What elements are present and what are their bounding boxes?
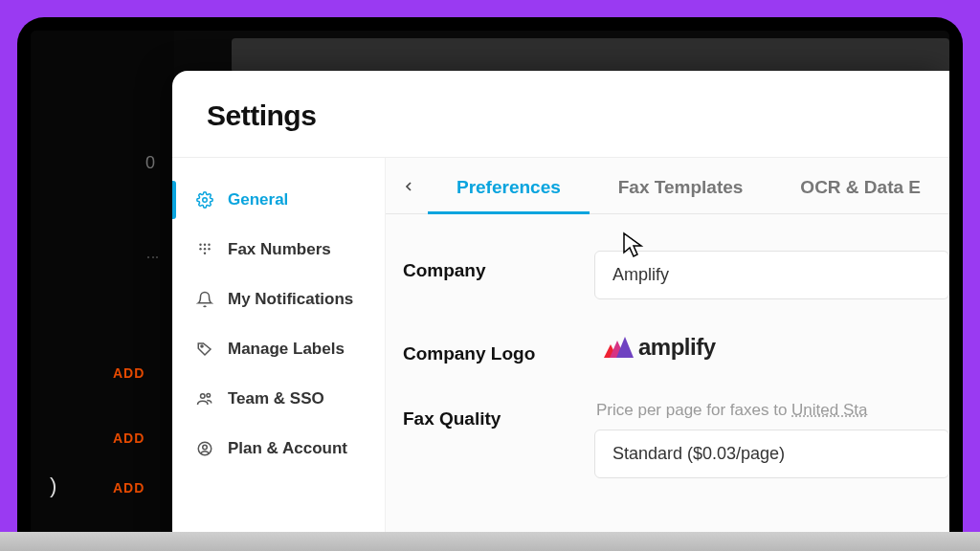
sidebar-item-label: My Notifications bbox=[228, 290, 353, 309]
gear-icon bbox=[195, 190, 214, 209]
svg-point-1 bbox=[199, 244, 201, 246]
panel-header: Settings bbox=[172, 71, 949, 157]
sidebar-item-plan-account[interactable]: Plan & Account bbox=[172, 424, 385, 474]
laptop-bezel: 0 ⋮ ADD ADD ADD ) Settings bbox=[17, 17, 963, 551]
svg-point-10 bbox=[207, 393, 211, 397]
page-title: Settings bbox=[207, 99, 915, 132]
device-frame: 0 ⋮ ADD ADD ADD ) Settings bbox=[0, 0, 980, 551]
settings-sidebar: General Fax Numbers My Not bbox=[172, 158, 386, 551]
field-label-fax-quality: Fax Quality bbox=[403, 399, 594, 430]
background-add-button[interactable]: ADD bbox=[113, 365, 145, 381]
sidebar-item-labels[interactable]: Manage Labels bbox=[172, 324, 385, 374]
sidebar-item-fax-numbers[interactable]: Fax Numbers bbox=[172, 225, 385, 275]
fax-quality-value: Standard ($0.03/page) bbox=[612, 444, 785, 463]
tab-strip: Preferences Fax Templates OCR & Data E bbox=[386, 158, 949, 214]
sidebar-item-general[interactable]: General bbox=[172, 175, 385, 225]
company-logo-preview: amplify bbox=[594, 334, 949, 361]
chevron-left-icon bbox=[401, 179, 416, 194]
svg-point-5 bbox=[204, 248, 206, 250]
svg-point-9 bbox=[201, 394, 206, 399]
svg-point-7 bbox=[204, 253, 206, 254]
background-counter: 0 bbox=[145, 153, 155, 173]
row-fax-quality: Fax Quality Price per page for faxes to … bbox=[403, 382, 949, 496]
panel-body: General Fax Numbers My Not bbox=[172, 157, 949, 551]
settings-main: Preferences Fax Templates OCR & Data E C… bbox=[386, 158, 949, 551]
sidebar-item-label: Fax Numbers bbox=[228, 240, 331, 259]
row-company: Company bbox=[403, 233, 949, 317]
sidebar-item-label: General bbox=[228, 190, 288, 209]
dialpad-icon bbox=[195, 240, 214, 259]
svg-point-2 bbox=[204, 244, 206, 246]
sidebar-item-team-sso[interactable]: Team & SSO bbox=[172, 374, 385, 424]
fax-quality-select[interactable]: Standard ($0.03/page) bbox=[594, 430, 949, 478]
sidebar-item-label: Manage Labels bbox=[228, 340, 345, 359]
field-label-company: Company bbox=[403, 251, 594, 281]
tab-preferences[interactable]: Preferences bbox=[428, 177, 590, 214]
bell-icon bbox=[195, 290, 214, 309]
background-glyph: ) bbox=[50, 474, 56, 498]
users-icon bbox=[195, 389, 214, 408]
amplify-logo-icon bbox=[604, 337, 629, 358]
laptop-base bbox=[0, 532, 980, 551]
drag-handle-icon: ⋮ bbox=[145, 251, 161, 266]
field-label-company-logo: Company Logo bbox=[403, 334, 594, 364]
svg-point-6 bbox=[208, 248, 210, 250]
background-add-button[interactable]: ADD bbox=[113, 480, 145, 496]
company-logo-text: amplify bbox=[638, 334, 716, 361]
tag-icon bbox=[195, 340, 214, 359]
fax-quality-hint: Price per page for faxes to United Sta bbox=[594, 399, 949, 430]
tab-fax-templates[interactable]: Fax Templates bbox=[590, 177, 772, 214]
sidebar-item-label: Plan & Account bbox=[228, 439, 347, 458]
tab-scroll-left[interactable] bbox=[390, 179, 428, 212]
background-topbar bbox=[232, 38, 949, 73]
svg-point-0 bbox=[203, 198, 208, 203]
tab-ocr-data[interactable]: OCR & Data E bbox=[771, 177, 949, 214]
country-link[interactable]: United Sta bbox=[791, 401, 867, 419]
row-company-logo: Company Logo amplify bbox=[403, 317, 949, 382]
sidebar-item-label: Team & SSO bbox=[228, 389, 324, 408]
sidebar-item-notifications[interactable]: My Notifications bbox=[172, 275, 385, 324]
svg-point-12 bbox=[203, 445, 208, 450]
background-add-button[interactable]: ADD bbox=[113, 430, 145, 446]
svg-point-4 bbox=[199, 248, 201, 250]
company-input[interactable] bbox=[594, 251, 949, 299]
screen: 0 ⋮ ADD ADD ADD ) Settings bbox=[31, 31, 949, 551]
hint-prefix: Price per page for faxes to bbox=[596, 401, 791, 419]
settings-panel: Settings General bbox=[172, 71, 949, 551]
svg-point-8 bbox=[201, 345, 203, 347]
svg-point-3 bbox=[208, 244, 210, 246]
user-circle-icon bbox=[195, 439, 214, 458]
preferences-form: Company Company Logo bbox=[386, 214, 949, 496]
